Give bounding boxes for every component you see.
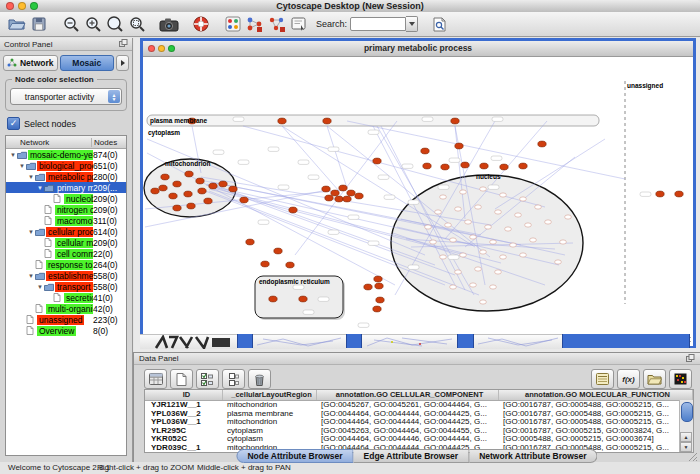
scroll-up-icon[interactable]: ▲ bbox=[680, 432, 692, 442]
node-selected bbox=[246, 239, 254, 245]
save-icon[interactable] bbox=[28, 14, 50, 34]
tree-row-nitrogen-compo[interactable]: nitrogen compo209(0) bbox=[6, 204, 126, 215]
node-selected bbox=[196, 178, 204, 184]
resize-grip-icon[interactable] bbox=[688, 448, 698, 466]
disclosure-triangle-icon[interactable]: ▼ bbox=[27, 229, 35, 235]
node-unselected bbox=[560, 240, 567, 244]
tree-row-overview[interactable]: Overview8(0) bbox=[6, 325, 126, 336]
zoom-selected-icon[interactable] bbox=[126, 14, 148, 34]
tree-row-multi-organism-pro[interactable]: multi-organism pro42(0) bbox=[6, 303, 126, 314]
network-view-titlebar[interactable]: primary metabolic process bbox=[143, 41, 693, 57]
cell: [GO:0045267, GO:0045261, GO:0044464, G..… bbox=[317, 401, 499, 410]
plugin-grid-icon[interactable] bbox=[222, 14, 244, 34]
table-row-ypl036w-1[interactable]: YPL036W__1mitochondrion[GO:0044464, GO:0… bbox=[145, 418, 693, 427]
status-pan-hint: Middle-click + drag to PAN bbox=[197, 463, 291, 472]
disclosure-triangle-icon[interactable]: ▼ bbox=[36, 185, 44, 191]
column-header-annotation-go-molecular-function[interactable]: annotation.GO MOLECULAR_FUNCTION bbox=[499, 390, 693, 400]
delete-attribute-icon[interactable] bbox=[248, 369, 271, 389]
table-row-ylr295c[interactable]: YLR295Ccytoplasm[GO:0045263, GO:0044464,… bbox=[145, 427, 693, 436]
table-row-ykr052c[interactable]: YKR052Ccytoplasm[GO:0044464, GO:0044446,… bbox=[145, 435, 693, 444]
load-attributes-icon[interactable] bbox=[643, 369, 666, 389]
disclosure-triangle-icon[interactable]: ▼ bbox=[9, 152, 17, 158]
tree-row-metabolic-process[interactable]: ▼metabolic process280(0) bbox=[6, 171, 126, 182]
column-header-cellularlayoutregion[interactable]: _cellularLayoutRegion bbox=[223, 390, 317, 400]
tree-row-mosaic-demo-yeast[interactable]: ▼mosaic-demo-yeast874(0) bbox=[6, 149, 126, 160]
tree-node-label: primary metabo bbox=[55, 183, 93, 193]
tab-edge-attribute-browser[interactable]: Edge Attribute Browser bbox=[354, 449, 470, 463]
column-header-id[interactable]: ID bbox=[145, 390, 223, 400]
disclosure-triangle-icon[interactable]: ▼ bbox=[36, 284, 44, 290]
formula-icon[interactable]: f(x) bbox=[617, 369, 640, 389]
select-nodes-label: Select nodes bbox=[24, 119, 76, 129]
node-label-pill bbox=[640, 192, 651, 196]
tree-row-transport[interactable]: ▼transport558(0) bbox=[6, 281, 126, 292]
table-scrollbar[interactable]: ▲ ▼ bbox=[679, 400, 693, 452]
node-selected bbox=[500, 164, 508, 170]
folder-icon bbox=[44, 184, 55, 192]
tree-node-label: cellular process bbox=[46, 227, 93, 237]
network-canvas[interactable]: plasma membranecytoplasmmitochondrionnuc… bbox=[143, 57, 693, 346]
more-tabs-arrow-icon[interactable] bbox=[116, 55, 129, 71]
control-panel-header: Control Panel bbox=[0, 38, 132, 51]
search-dropdown-arrow-icon[interactable] bbox=[406, 16, 418, 32]
matrix-view-icon[interactable] bbox=[669, 369, 692, 389]
tree-row-response-to-stimul[interactable]: response to stimul264(0) bbox=[6, 259, 126, 270]
column-header-annotation-go-cellular-component[interactable]: annotation.GO CELLULAR_COMPONENT bbox=[317, 390, 499, 400]
scrollbar-thumb[interactable] bbox=[681, 402, 693, 422]
tab-network[interactable]: Network bbox=[3, 55, 58, 71]
tab-network-attribute-browser[interactable]: Network Attribute Browser bbox=[469, 449, 597, 463]
select-nodes-checkbox[interactable]: ✓ bbox=[7, 117, 20, 130]
node-unselected bbox=[510, 243, 517, 247]
cell: mitochondrion bbox=[223, 401, 317, 410]
tree-row-biological-process[interactable]: ▼biological_process651(0) bbox=[6, 160, 126, 171]
plugin-network-b-icon[interactable] bbox=[266, 14, 288, 34]
tree-node-label: cell communicat bbox=[55, 249, 93, 259]
tree-row-nucleobase[interactable]: nucleobase-209(0) bbox=[6, 193, 126, 204]
annotation-icon[interactable] bbox=[288, 14, 310, 34]
import-attributes-icon[interactable] bbox=[591, 369, 614, 389]
disclosure-triangle-icon[interactable]: ▼ bbox=[27, 273, 35, 279]
tree-row-secretion[interactable]: secretion41(0) bbox=[6, 292, 126, 303]
help-lifebuoy-icon[interactable] bbox=[190, 14, 212, 34]
node-color-dropdown[interactable]: transporter activity ▲▼ bbox=[10, 88, 122, 105]
tree-row-macromolecule[interactable]: macromolecule311(0) bbox=[6, 215, 126, 226]
select-all-attributes-icon[interactable] bbox=[196, 369, 219, 389]
zoom-out-icon[interactable] bbox=[60, 14, 82, 34]
search-config-icon[interactable] bbox=[428, 14, 450, 34]
table-row-yjr121w-1[interactable]: YJR121W__1mitochondrion[GO:0045267, GO:0… bbox=[145, 401, 693, 410]
node-selected bbox=[169, 193, 177, 199]
disclosure-triangle-icon[interactable]: ▼ bbox=[18, 163, 26, 169]
table-row-ypl036w-2[interactable]: YPL036W__2plasma membrane[GO:0044464, GO… bbox=[145, 410, 693, 419]
float-data-panel-icon[interactable] bbox=[686, 354, 695, 364]
tree-row-establishment-of-lo[interactable]: ▼establishment of lo558(0) bbox=[6, 270, 126, 281]
attribute-table[interactable]: ID_cellularLayoutRegionannotation.GO CEL… bbox=[144, 389, 694, 453]
zoom-fit-icon[interactable] bbox=[104, 14, 126, 34]
unselect-all-attributes-icon[interactable] bbox=[222, 369, 245, 389]
plugin-network-a-icon[interactable] bbox=[244, 14, 266, 34]
node-selected bbox=[325, 195, 333, 201]
tab-mosaic[interactable]: Mosaic bbox=[60, 55, 115, 71]
tree-row-cell-communicat[interactable]: cell communicat22(0) bbox=[6, 248, 126, 259]
background-window-preview bbox=[362, 334, 457, 349]
open-icon[interactable] bbox=[6, 14, 28, 34]
cell: YPL036W__1 bbox=[145, 418, 223, 427]
float-panel-icon[interactable] bbox=[119, 39, 128, 49]
node-selected bbox=[455, 143, 463, 149]
new-attribute-icon[interactable] bbox=[170, 369, 193, 389]
tree-row-unassigned[interactable]: unassigned223(0) bbox=[6, 314, 126, 325]
folder-icon bbox=[35, 228, 46, 236]
tree-row-primary-metabo[interactable]: ▼primary metabo209(... bbox=[6, 182, 126, 193]
node-label-pill bbox=[408, 200, 419, 204]
search-input[interactable] bbox=[350, 17, 406, 31]
tree-row-cellular-metabol[interactable]: cellular metabol209(0) bbox=[6, 237, 126, 248]
node-selected bbox=[299, 296, 307, 302]
node-unselected bbox=[500, 255, 507, 259]
data-panel-header: Data Panel bbox=[134, 353, 700, 365]
disclosure-triangle-icon[interactable]: ▼ bbox=[27, 174, 35, 180]
attribute-select-icon[interactable] bbox=[144, 369, 167, 389]
tree-row-cellular-process[interactable]: ▼cellular process614(0) bbox=[6, 226, 126, 237]
tab-node-attribute-browser[interactable]: Node Attribute Browser bbox=[236, 449, 353, 463]
cell: YKR052C bbox=[145, 435, 223, 444]
zoom-in-icon[interactable] bbox=[82, 14, 104, 34]
snapshot-camera-icon[interactable] bbox=[158, 14, 180, 34]
